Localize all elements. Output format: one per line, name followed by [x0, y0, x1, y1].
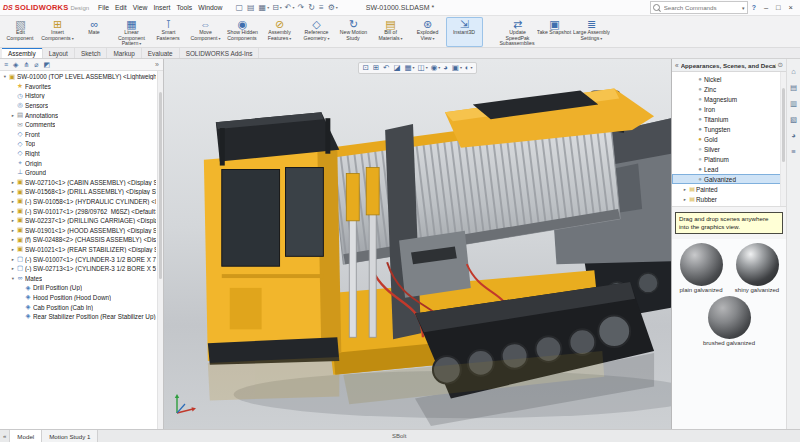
- pin-icon[interactable]: ⊙: [778, 61, 783, 69]
- ribbon-button-show-hidden-components[interactable]: ◉ Show Hidden Components: [224, 17, 261, 47]
- menu-item[interactable]: Window: [195, 4, 225, 11]
- search-dropdown-icon[interactable]: ▾: [742, 5, 745, 11]
- ribbon-button-reference-geometry[interactable]: ◇ Reference Geometry▾: [298, 17, 335, 47]
- tree-item-cabin-assembly[interactable]: ▸ ▣ SW-02710<1> (CABIN ASSEMBLY) <Displa…: [0, 178, 163, 188]
- graphics-area[interactable]: ⊡ ⊞ ↶ ◪ ▦ ▾ ◫: [164, 59, 671, 429]
- tree-item-cab-position[interactable]: ◈ Cab Position (Cab In): [0, 302, 163, 312]
- edit-appearance-icon[interactable]: ◕: [443, 64, 449, 72]
- tree-item-cylinder-5[interactable]: ▸ ▢ (-) SW-02713<1> (CYLINDER-3 1/2 BORE…: [0, 264, 163, 274]
- tree-item-top-assembly[interactable]: ▾ ▣ SW-01000 (TOP LEVEL ASSEMBLY) <Light…: [0, 72, 163, 82]
- print-icon[interactable]: ⊟ ▾: [272, 4, 282, 12]
- tree-scrollbar[interactable]: [157, 71, 163, 429]
- tab-layout[interactable]: Layout: [43, 48, 75, 58]
- new-document-icon[interactable]: ▢: [235, 4, 244, 12]
- material-magnesium[interactable]: ● Magnesium: [672, 94, 786, 104]
- motion-study-tab[interactable]: Motion Study 1: [42, 430, 98, 442]
- tree-item-history[interactable]: ◷ History: [0, 91, 163, 101]
- material-silver[interactable]: ● Silver: [672, 144, 786, 154]
- display-style-icon[interactable]: ◫ ▾: [418, 64, 428, 72]
- ribbon-button-move-component[interactable]: ⇔ Move Component▾: [187, 17, 224, 47]
- ribbon-button-mate[interactable]: ∞ Mate: [76, 17, 113, 47]
- view-palette-icon[interactable]: ▧: [790, 115, 797, 124]
- ribbon-button-take-snapshot[interactable]: ▣ Take Snapshot: [536, 17, 573, 47]
- thumbnail-shiny-galvanized[interactable]: shiny galvanized: [731, 243, 783, 293]
- material-platinum[interactable]: ● Platinum: [672, 154, 786, 164]
- tree-scrollbar-thumb[interactable]: [159, 92, 162, 278]
- panel-overflow-icon[interactable]: »: [155, 61, 159, 68]
- tree-item-front-plane[interactable]: ◇ Front: [0, 130, 163, 140]
- featuremanager-tab-icon[interactable]: ≡: [4, 61, 8, 68]
- material-category-rubber[interactable]: ▸ ▤ Rubber: [672, 194, 786, 204]
- ribbon-button-large-assembly-settings[interactable]: ≣ Large Assembly Settings▾: [573, 17, 610, 47]
- tree-item-origin[interactable]: ⌖ Origin: [0, 158, 163, 168]
- tree-item-mates[interactable]: ▾ ∞ Mates: [0, 273, 163, 283]
- material-category-painted[interactable]: ▸ ▤ Painted: [672, 184, 786, 194]
- material-tungsten[interactable]: ● Tungsten: [672, 124, 786, 134]
- previous-view-icon[interactable]: ↶: [383, 64, 390, 72]
- menu-item[interactable]: View: [130, 4, 151, 11]
- tree-item-hood-assembly[interactable]: ▸ ▣ SW-01901<1> (HOOD ASSEMBLY) <Display…: [0, 226, 163, 236]
- zoom-area-icon[interactable]: ⊞: [373, 64, 380, 72]
- ribbon-button-instant3d[interactable]: ⇲ Instant3D: [446, 17, 483, 47]
- minimize-button[interactable]: –: [760, 4, 772, 12]
- tree-item-rear-stabilizer-position[interactable]: ◈ Rear Stabilizer Position (Rear Stabili…: [0, 312, 163, 322]
- tree-item-chassis-assembly[interactable]: ▸ ▣ (f) SW-02488<2> (CHASSIS ASSEMBLY) <…: [0, 235, 163, 245]
- view-orientation-icon[interactable]: ▦ ▾: [405, 64, 415, 72]
- resources-icon[interactable]: ⌂: [791, 67, 796, 76]
- custom-properties-icon[interactable]: ≡: [791, 147, 795, 156]
- hide-show-items-icon[interactable]: ◉ ▾: [431, 64, 441, 72]
- search-input[interactable]: [662, 3, 740, 12]
- rebuild-icon[interactable]: ↻: [308, 4, 316, 12]
- section-view-icon[interactable]: ◪: [393, 64, 401, 72]
- options-icon[interactable]: ⚙ ▾: [328, 4, 338, 12]
- tab-markup[interactable]: Markup: [107, 48, 141, 58]
- tree-item-cylinder-7[interactable]: ▸ ▢ (-) SW-01007<1> (CYLINDER-3 1/2 BORE…: [0, 254, 163, 264]
- file-explorer-icon[interactable]: ▥: [790, 99, 797, 108]
- tab-scroll-left-icon[interactable]: «: [0, 430, 10, 442]
- ribbon-button-exploded-view[interactable]: ⊛ Exploded View▾: [409, 17, 446, 47]
- tree-item-drill-assembly[interactable]: ▸ ▣ SW-01568<1> (DRILL ASSEMBLY) <Displa…: [0, 187, 163, 197]
- menu-item[interactable]: Tools: [173, 4, 195, 11]
- tree-item-comments[interactable]: ✉ Comments: [0, 120, 163, 130]
- material-nickel[interactable]: ● Nickel: [672, 74, 786, 84]
- appearances-scrollbar-thumb[interactable]: [782, 88, 785, 162]
- material-zinc[interactable]: ● Zinc: [672, 84, 786, 94]
- tab-assembly[interactable]: Assembly: [2, 48, 43, 58]
- configurationmanager-tab-icon[interactable]: ⋔: [23, 61, 29, 69]
- menu-item[interactable]: Insert: [150, 4, 173, 11]
- material-galvanized[interactable]: ● Galvanized: [672, 174, 786, 184]
- material-lead[interactable]: ● Lead: [672, 164, 786, 174]
- maximize-button[interactable]: □: [772, 4, 785, 12]
- material-iron[interactable]: ● Iron: [672, 104, 786, 114]
- tree-item-misz[interactable]: ▸ ▣ (-) SW-01017<1> (298/09762_M6SZ) <De…: [0, 206, 163, 216]
- appearances-icon[interactable]: ◕: [791, 131, 796, 140]
- apply-scene-icon[interactable]: ▣ ▾: [452, 64, 462, 72]
- zoom-fit-icon[interactable]: ⊡: [363, 64, 370, 72]
- ribbon-button-edit-component[interactable]: ▧ Edit Component: [2, 17, 39, 47]
- ribbon-button-new-motion-study[interactable]: ↻ New Motion Study: [335, 17, 372, 47]
- design-library-icon[interactable]: ▤: [790, 83, 797, 92]
- tree-item-favorites[interactable]: ★ Favorites: [0, 82, 163, 92]
- tree-item-sensors[interactable]: ◎ Sensors: [0, 101, 163, 111]
- tree-item-rear-stabilizer[interactable]: ▸ ▣ SW-01021<1> (REAR STABILIZER) <Displ…: [0, 245, 163, 255]
- tree-item-hood-position[interactable]: ◈ Hood Position (Hood Down): [0, 293, 163, 303]
- help-icon[interactable]: ?: [752, 4, 756, 11]
- save-icon[interactable]: ▦ ▾: [259, 4, 270, 12]
- ribbon-button-insert-components[interactable]: ⊞ Insert Components▾: [39, 17, 76, 47]
- undo-icon[interactable]: ↶ ▾: [285, 4, 295, 12]
- close-button[interactable]: ×: [785, 4, 797, 12]
- ribbon-button-linear-component-pattern[interactable]: ▦ Linear Component Pattern▾: [113, 17, 150, 47]
- ribbon-button-smart-fasteners[interactable]: ⊺ Smart Fasteners: [150, 17, 187, 47]
- material-gold[interactable]: ● Gold: [672, 134, 786, 144]
- collapse-pane-icon[interactable]: «: [675, 62, 679, 69]
- ribbon-button-assembly-features[interactable]: ⊘ Assembly Features▾: [261, 17, 298, 47]
- tree-item-annotations[interactable]: ▸ ▤ Annotations: [0, 110, 163, 120]
- dimxpert-tab-icon[interactable]: ⌀: [34, 61, 38, 69]
- tab-solidworks-add-ins[interactable]: SOLIDWORKS Add-Ins: [180, 48, 260, 58]
- redo-icon[interactable]: ↷: [298, 4, 306, 12]
- file-properties-icon[interactable]: ≡: [319, 4, 325, 12]
- tree-item-right-plane[interactable]: ◇ Right: [0, 149, 163, 159]
- propertymanager-tab-icon[interactable]: ◈: [13, 61, 18, 69]
- ribbon-button-update-speedpak[interactable]: ⇄ Update SpeedPak Subassemblies: [499, 17, 536, 47]
- menu-item[interactable]: Edit: [112, 4, 130, 11]
